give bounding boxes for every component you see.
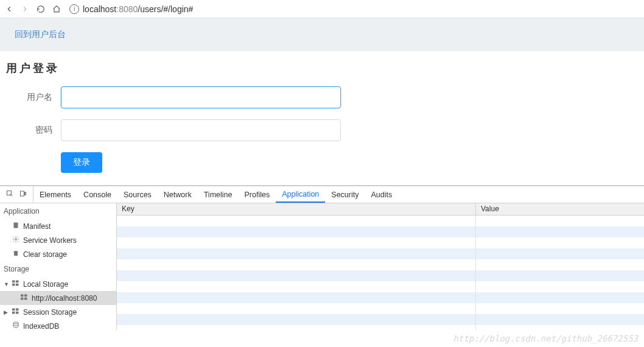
svg-rect-3	[14, 223, 18, 228]
db-icon	[21, 293, 28, 303]
svg-rect-2	[25, 192, 26, 195]
table-row[interactable]	[117, 226, 644, 237]
table-row[interactable]	[117, 281, 644, 292]
devtools-tab-application[interactable]: Application	[276, 186, 325, 203]
devtools-tab-audits[interactable]: Audits	[365, 186, 398, 203]
url-port: :8080	[116, 4, 138, 14]
svg-rect-15	[12, 312, 15, 314]
svg-rect-11	[21, 298, 24, 300]
svg-rect-9	[21, 295, 24, 297]
svg-point-17	[13, 322, 18, 324]
watermark-text: http://blog.csdn.net/github_26672553	[453, 334, 638, 343]
page-title: 用户登录	[6, 61, 638, 75]
devtools-tab-sources[interactable]: Sources	[117, 186, 158, 203]
url-host: localhost	[83, 4, 116, 14]
sidebar-item-label: Service Workers	[23, 236, 77, 245]
sidebar-item-label: IndexedDB	[23, 322, 59, 331]
devtools-tab-security[interactable]: Security	[325, 186, 365, 203]
sidebar-item-http-localhost-8080[interactable]: http://localhost:8080	[0, 291, 116, 305]
toggle-device-icon[interactable]	[19, 190, 27, 199]
svg-rect-8	[16, 284, 19, 286]
sidebar-item-service-workers[interactable]: Service Workers	[0, 233, 116, 247]
header-value[interactable]: Value	[476, 203, 644, 215]
password-row: 密码	[6, 119, 638, 141]
header-key[interactable]: Key	[117, 203, 476, 215]
inspect-element-icon[interactable]	[6, 190, 13, 199]
url-path: /users/#/login#	[138, 4, 193, 14]
reload-button[interactable]	[35, 4, 46, 15]
storage-table-rows	[117, 216, 644, 330]
devtools-sidebar: ApplicationManifestService WorkersClear …	[0, 203, 117, 330]
svg-point-4	[15, 239, 17, 240]
table-row[interactable]	[117, 237, 644, 248]
svg-rect-16	[16, 312, 19, 314]
sidebar-item-label: Local Storage	[23, 280, 68, 289]
db-icon	[12, 307, 19, 317]
browser-toolbar: i localhost:8080/users/#/login#	[0, 0, 644, 18]
sidebar-item-clear-storage[interactable]: Clear storage	[0, 247, 116, 261]
username-input[interactable]	[61, 86, 341, 108]
table-row[interactable]	[117, 248, 644, 259]
table-row[interactable]	[117, 292, 644, 303]
table-row[interactable]	[117, 314, 644, 325]
address-bar[interactable]: i localhost:8080/users/#/login#	[67, 2, 640, 16]
devtools-tab-profiles[interactable]: Profiles	[238, 186, 276, 203]
table-row[interactable]	[117, 270, 644, 281]
manifest-icon	[12, 222, 19, 231]
svg-rect-10	[24, 295, 27, 297]
banner: 回到用户后台	[0, 18, 644, 51]
devtools-body: ApplicationManifestService WorkersClear …	[0, 203, 644, 330]
storage-table-header: Key Value	[117, 203, 644, 216]
svg-rect-14	[16, 309, 19, 311]
table-row[interactable]	[117, 325, 644, 330]
sidebar-item-label: Manifest	[23, 222, 51, 231]
forward-button[interactable]	[19, 4, 30, 15]
trash-icon	[12, 250, 19, 259]
sidebar-item-session-storage[interactable]: ▶Session Storage	[0, 305, 116, 319]
svg-rect-5	[12, 281, 15, 283]
devtools-tab-elements[interactable]: Elements	[33, 186, 77, 203]
devtools-panel: ElementsConsoleSourcesNetworkTimelinePro…	[0, 185, 644, 330]
back-to-admin-link[interactable]: 回到用户后台	[15, 29, 66, 39]
table-row[interactable]	[117, 259, 644, 270]
username-row: 用户名	[6, 86, 638, 108]
sidebar-section-application: Application	[0, 203, 116, 219]
sidebar-item-indexeddb[interactable]: IndexedDB	[0, 319, 116, 330]
username-label: 用户名	[6, 92, 61, 103]
sidebar-item-manifest[interactable]: Manifest	[0, 219, 116, 233]
password-label: 密码	[6, 125, 61, 136]
sidebar-section-storage: Storage	[0, 261, 116, 277]
sidebar-item-label: http://localhost:8080	[32, 294, 97, 303]
gear-icon	[12, 236, 19, 245]
page-content: 回到用户后台 用户登录 用户名 密码 登录	[0, 18, 644, 185]
url-text: localhost:8080/users/#/login#	[83, 4, 193, 14]
devtools-main: Key Value	[117, 203, 644, 330]
home-button[interactable]	[51, 4, 62, 15]
sidebar-item-label: Session Storage	[23, 308, 77, 317]
chevron-right-icon: ▶	[4, 309, 9, 315]
devtools-tabs: ElementsConsoleSourcesNetworkTimelinePro…	[0, 186, 644, 203]
svg-rect-13	[12, 309, 15, 311]
devtools-tab-network[interactable]: Network	[158, 186, 198, 203]
svg-rect-6	[16, 281, 19, 283]
sidebar-item-local-storage[interactable]: ▼Local Storage	[0, 277, 116, 291]
back-button[interactable]	[4, 4, 15, 15]
db-stack-icon	[12, 321, 19, 330]
table-row[interactable]	[117, 216, 644, 226]
table-row[interactable]	[117, 303, 644, 314]
site-info-icon[interactable]: i	[69, 4, 79, 14]
devtools-tab-timeline[interactable]: Timeline	[198, 186, 239, 203]
svg-rect-12	[24, 298, 27, 300]
password-input[interactable]	[61, 119, 341, 141]
chevron-down-icon: ▼	[4, 281, 9, 287]
devtools-tab-console[interactable]: Console	[77, 186, 117, 203]
db-icon	[12, 279, 19, 289]
login-button[interactable]: 登录	[61, 152, 102, 173]
sidebar-item-label: Clear storage	[23, 250, 67, 259]
svg-rect-1	[21, 191, 24, 196]
svg-rect-7	[12, 284, 15, 286]
